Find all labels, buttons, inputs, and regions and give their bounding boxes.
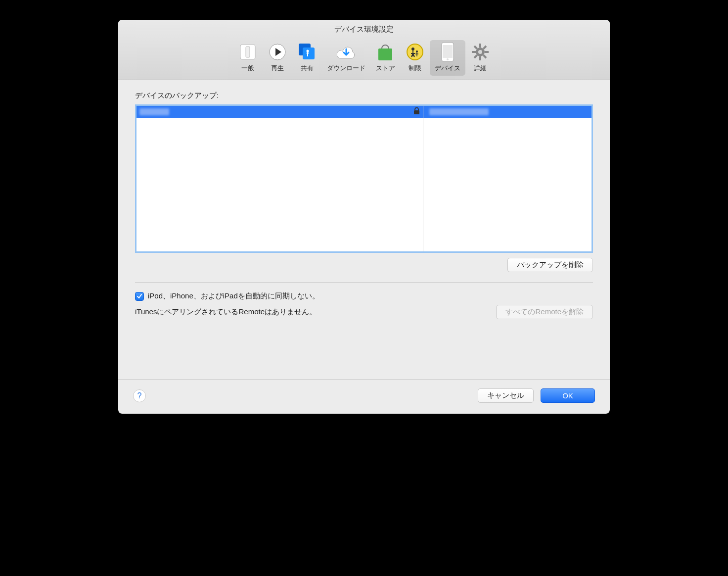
- tab-sharing[interactable]: 共有: [292, 40, 322, 76]
- svg-rect-7: [378, 48, 392, 60]
- tab-downloads[interactable]: ダウンロード: [322, 40, 370, 76]
- tab-devices[interactable]: デバイス: [430, 40, 465, 76]
- backups-label: デバイスのバックアップ:: [135, 91, 593, 100]
- help-button[interactable]: ?: [133, 389, 146, 402]
- download-icon: [336, 42, 356, 62]
- tab-label: 再生: [271, 64, 284, 73]
- svg-rect-15: [479, 44, 481, 48]
- backup-row[interactable]: [136, 106, 423, 118]
- tab-advanced[interactable]: 詳細: [465, 40, 495, 76]
- tab-label: 一般: [241, 64, 254, 73]
- preferences-window: デバイス環境設定 一般 再生 共有: [118, 20, 610, 414]
- svg-rect-24: [414, 110, 419, 114]
- backup-list-dates[interactable]: [423, 106, 592, 251]
- tab-restrictions[interactable]: 制限: [400, 40, 430, 76]
- tab-playback[interactable]: 再生: [263, 40, 292, 76]
- remote-status: iTunesにペアリングされているRemoteはありません。: [135, 307, 317, 317]
- svg-point-9: [411, 48, 414, 50]
- tab-label: 制限: [409, 64, 421, 73]
- tab-label: ストア: [376, 64, 395, 73]
- general-icon: [238, 42, 258, 62]
- prevent-sync-label: iPod、iPhone、およびiPadを自動的に同期しない。: [148, 291, 319, 301]
- unpair-all-remotes-button: すべてのRemoteを解除: [496, 305, 593, 319]
- lock-icon: [413, 107, 420, 117]
- play-icon: [268, 42, 287, 62]
- backup-row[interactable]: [423, 106, 592, 118]
- tab-label: 詳細: [474, 64, 487, 73]
- remote-row: iTunesにペアリングされているRemoteはありません。 すべてのRemot…: [135, 305, 593, 319]
- store-icon: [375, 42, 395, 62]
- backup-list-names[interactable]: [136, 106, 423, 251]
- tab-general[interactable]: 一般: [233, 40, 263, 76]
- tab-store[interactable]: ストア: [370, 40, 400, 76]
- toolbar: 一般 再生 共有 ダウンロード: [118, 38, 610, 80]
- prevent-sync-checkbox[interactable]: [135, 292, 144, 301]
- content-area: デバイスのバックアップ: バックアップを削除: [118, 80, 610, 379]
- svg-point-6: [307, 50, 309, 52]
- backup-device-name: [139, 108, 169, 115]
- gear-icon: [470, 42, 490, 62]
- divider: [135, 282, 593, 283]
- device-icon: [438, 42, 457, 62]
- parental-icon: [405, 42, 425, 62]
- backup-date: [429, 108, 489, 115]
- tab-label: デバイス: [435, 64, 460, 73]
- svg-rect-12: [443, 45, 453, 58]
- titlebar: デバイス環境設定 一般 再生 共有: [118, 20, 610, 80]
- svg-rect-18: [485, 51, 489, 53]
- tab-label: 共有: [301, 64, 314, 73]
- sharing-icon: [297, 42, 317, 62]
- svg-point-10: [416, 50, 418, 52]
- svg-rect-16: [479, 56, 481, 60]
- tab-label: ダウンロード: [327, 64, 365, 73]
- window-title: デバイス環境設定: [118, 25, 610, 38]
- svg-point-8: [407, 44, 423, 60]
- prevent-sync-row: iPod、iPhone、およびiPadを自動的に同期しない。: [135, 291, 593, 301]
- ok-button[interactable]: OK: [541, 388, 595, 403]
- footer: ? キャンセル OK: [118, 379, 610, 414]
- svg-rect-17: [472, 51, 476, 53]
- svg-point-13: [447, 58, 449, 60]
- delete-backup-button[interactable]: バックアップを削除: [507, 258, 593, 272]
- backup-list[interactable]: [135, 104, 593, 253]
- svg-point-23: [478, 50, 482, 54]
- cancel-button[interactable]: キャンセル: [478, 388, 534, 403]
- svg-rect-1: [246, 47, 250, 57]
